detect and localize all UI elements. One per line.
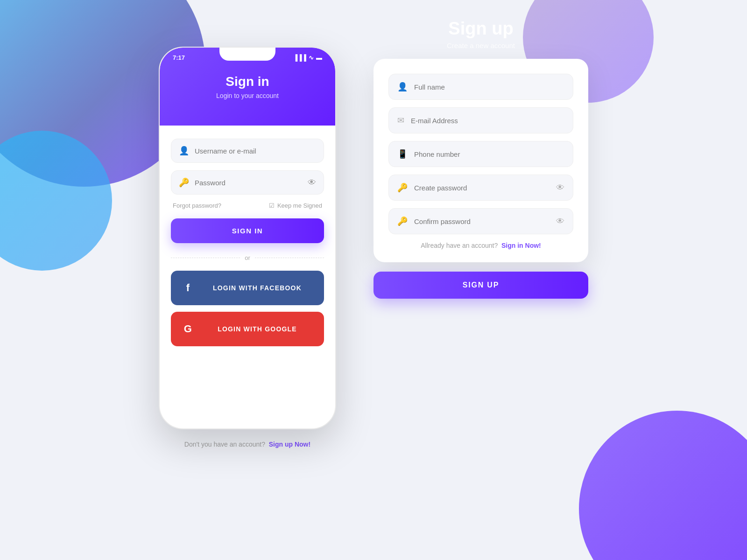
signal-icon: ▐▐▐ — [293, 54, 306, 61]
phone-body: 👤 🔑 👁 Forgot password? ☑ Keep me Signed — [160, 126, 335, 368]
user-icon: 👤 — [179, 146, 189, 156]
keep-signed-row[interactable]: ☑ Keep me Signed — [269, 202, 322, 209]
google-logo: G — [178, 319, 198, 339]
no-account-label: Don't you have an account? — [184, 441, 265, 448]
username-input[interactable] — [195, 147, 316, 155]
divider-or-text: or — [245, 254, 250, 261]
phone-header: 7:17 ▐▐▐ ∿ ▬ Sign in Login to your accou… — [160, 48, 335, 126]
divider-right — [255, 258, 324, 258]
email-icon: ✉ — [397, 115, 404, 126]
full-name-icon: 👤 — [397, 82, 408, 92]
password-input[interactable] — [195, 179, 308, 187]
signin-now-link[interactable]: Sign in Now! — [501, 242, 541, 249]
full-name-input[interactable] — [414, 83, 564, 91]
full-name-field[interactable]: 👤 — [388, 74, 573, 100]
keep-signed-label: Keep me Signed — [277, 202, 322, 209]
phone-notch — [219, 48, 275, 61]
signup-now-link[interactable]: Sign up Now! — [269, 441, 310, 448]
sign-in-title: Sign in — [169, 74, 326, 89]
email-field[interactable]: ✉ — [388, 107, 573, 133]
status-icons: ▐▐▐ ∿ ▬ — [293, 54, 322, 61]
confirm-password-input[interactable] — [414, 217, 556, 225]
password-field[interactable]: 🔑 👁 — [171, 170, 324, 195]
email-input[interactable] — [411, 117, 564, 125]
divider-left — [171, 258, 240, 258]
key-icon: 🔑 — [179, 177, 189, 188]
signup-panel: Sign up Create a new account 👤 ✉ 📱 � — [374, 19, 588, 299]
phone-icon: 📱 — [397, 149, 408, 159]
signup-card: 👤 ✉ 📱 🔑 👁 🔑 👁 — [374, 59, 588, 262]
confirm-password-field[interactable]: 🔑 👁 — [388, 208, 573, 234]
wifi-icon: ∿ — [309, 54, 314, 61]
forgot-row: Forgot password? ☑ Keep me Signed — [173, 202, 322, 209]
login-facebook-button[interactable]: f LOGIN WITH FACEBOOK — [171, 271, 324, 305]
sign-in-subtitle: Login to your account — [169, 92, 326, 99]
signup-subtitle: Create a new account — [447, 42, 515, 49]
phone-mockup-wrapper: 7:17 ▐▐▐ ∿ ▬ Sign in Login to your accou… — [159, 47, 336, 448]
facebook-button-label: LOGIN WITH FACEBOOK — [198, 284, 317, 292]
username-field[interactable]: 👤 — [171, 139, 324, 163]
already-account-text: Allready have an account? — [421, 242, 498, 249]
facebook-logo: f — [178, 278, 198, 298]
phone-time: 7:17 — [173, 54, 185, 61]
checkbox-icon: ☑ — [269, 202, 275, 209]
toggle-confirm-password-icon[interactable]: 👁 — [556, 217, 564, 226]
sign-up-button[interactable]: SIGN UP — [374, 272, 588, 299]
signup-title: Sign up — [447, 19, 515, 39]
forgot-password-link[interactable]: Forgot password? — [173, 202, 221, 209]
phone-mockup: 7:17 ▐▐▐ ∿ ▬ Sign in Login to your accou… — [159, 47, 336, 429]
battery-icon: ▬ — [316, 54, 322, 61]
sign-in-button[interactable]: SIGN IN — [171, 218, 324, 243]
create-password-icon: 🔑 — [397, 182, 408, 193]
already-account-row: Allready have an account? Sign in Now! — [388, 242, 573, 249]
google-button-label: LOGIN WITH GOOGLE — [198, 325, 317, 333]
phone-field[interactable]: 📱 — [388, 141, 573, 167]
phone-title-area: Sign in Login to your account — [160, 61, 335, 109]
login-google-button[interactable]: G LOGIN WITH GOOGLE — [171, 312, 324, 346]
bottom-signup-text: Don't you have an account? Sign up Now! — [184, 441, 310, 448]
toggle-password-icon[interactable]: 👁 — [308, 178, 316, 188]
main-container: 7:17 ▐▐▐ ∿ ▬ Sign in Login to your accou… — [0, 0, 747, 560]
confirm-password-icon: 🔑 — [397, 216, 408, 226]
create-password-field[interactable]: 🔑 👁 — [388, 175, 573, 201]
phone-input[interactable] — [414, 150, 564, 158]
toggle-create-password-icon[interactable]: 👁 — [556, 183, 564, 193]
create-password-input[interactable] — [414, 184, 556, 192]
signup-header: Sign up Create a new account — [447, 19, 515, 49]
or-divider: or — [171, 254, 324, 261]
